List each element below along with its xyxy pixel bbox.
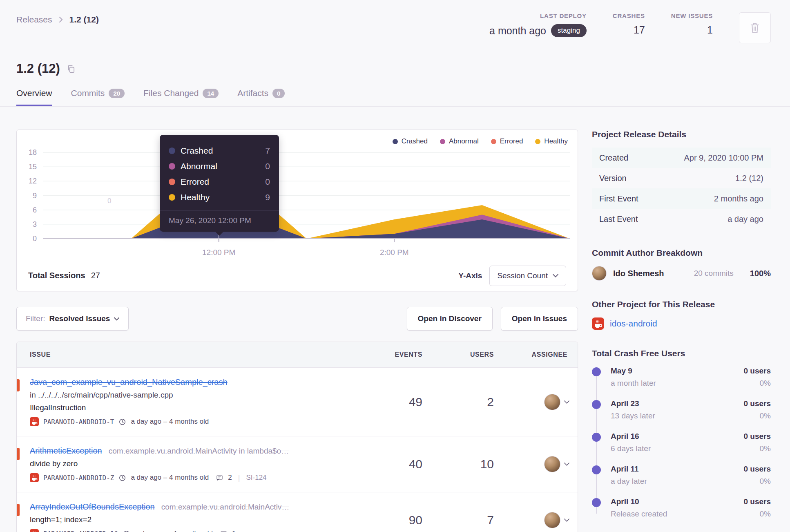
filter-label: Filter: — [26, 314, 45, 323]
table-row: ArrayIndexOutOfBoundsException com.examp… — [17, 492, 578, 532]
issue-message: divide by zero — [30, 459, 349, 468]
issue-culprit: com.example.vu.android.MainActivity in l… — [109, 447, 289, 456]
table-row: Java_com_example_vu_android_NativeSample… — [17, 367, 578, 436]
y-axis-label: Y-Axis — [458, 271, 482, 280]
chevron-down-icon — [553, 274, 558, 277]
open-in-issues-button[interactable]: Open in Issues — [501, 307, 578, 331]
chevron-down-icon — [564, 463, 569, 466]
author-commit-count: 20 commits — [694, 269, 734, 278]
clock-icon — [118, 474, 126, 482]
list-item: April 10Release created 0 users0% — [592, 497, 771, 530]
total-sessions-label: Total Sessions — [28, 271, 85, 280]
comments-count: 2 — [228, 474, 232, 482]
stat-new-issues: NEW ISSUES 1 — [671, 12, 713, 36]
commit-author-breakdown-section: Commit Author Breakdown Ido Shemesh 20 c… — [592, 248, 771, 281]
events-count: 90 — [349, 513, 422, 527]
assignee-dropdown[interactable] — [494, 394, 578, 410]
tab-artifacts[interactable]: Artifacts 0 — [237, 88, 285, 106]
author-avatar — [592, 266, 607, 281]
release-sidebar: Project Release Details Created Apr 9, 2… — [592, 130, 771, 532]
page-header: Releases 1.2 (12) LAST DEPLOY a month ag… — [0, 0, 790, 43]
chevron-down-icon — [114, 317, 119, 321]
legend-abnormal[interactable]: Abnormal — [440, 137, 479, 145]
java-platform-icon — [30, 417, 39, 426]
assignee-avatar — [544, 394, 560, 410]
tab-overview[interactable]: Overview — [16, 88, 52, 106]
column-assignee: ASSIGNEE — [494, 351, 578, 358]
new-issues-label: NEW ISSUES — [671, 12, 713, 19]
page-title: 1.2 (12) — [16, 61, 60, 76]
unhandled-indicator — [17, 504, 20, 516]
healthy-dot-icon — [535, 139, 540, 144]
commit-author-row: Ido Shemesh 20 commits 100% — [592, 266, 771, 281]
crashed-dot-icon — [393, 139, 398, 144]
column-issue: ISSUE — [21, 351, 349, 358]
legend-crashed[interactable]: Crashed — [393, 137, 428, 145]
release-tabs: Overview Commits 20 Files Changed 14 Art… — [0, 76, 790, 107]
open-in-discover-button[interactable]: Open in Discover — [407, 307, 493, 331]
chart-card-footer: Total Sessions 27 Y-Axis Session Count — [17, 260, 578, 291]
tab-commits-count: 20 — [109, 89, 125, 98]
copy-icon[interactable] — [67, 64, 76, 74]
stat-crashes: CRASHES 17 — [613, 12, 645, 36]
assignee-dropdown[interactable] — [494, 512, 578, 528]
issues-table: ISSUE EVENTS USERS ASSIGNEE Java_com_exa… — [16, 342, 578, 532]
header-stats: LAST DEPLOY a month ago staging CRASHES … — [489, 12, 771, 43]
issue-link[interactable]: ArrayIndexOutOfBoundsException — [30, 502, 155, 512]
svg-text:9: 9 — [33, 192, 37, 200]
issue-link[interactable]: Java_com_example_vu_android_NativeSample… — [30, 378, 228, 387]
timeline-dot-icon — [592, 498, 601, 507]
detail-row-last-event: Last Event a day ago — [592, 209, 771, 229]
issue-link[interactable]: ArithmeticException — [30, 446, 102, 456]
other-project-link[interactable]: idos-android — [610, 319, 657, 329]
crashed-dot-icon — [169, 148, 175, 154]
tab-files-changed[interactable]: Files Changed 14 — [143, 88, 219, 106]
timeline-dot-icon — [592, 400, 601, 409]
comments-icon — [220, 530, 228, 532]
breadcrumb-releases-link[interactable]: Releases — [16, 15, 52, 25]
issues-table-header: ISSUE EVENTS USERS ASSIGNEE — [17, 342, 578, 367]
y-axis-selected-value: Session Count — [497, 271, 548, 280]
tab-commits[interactable]: Commits 20 — [71, 88, 125, 106]
y-axis-select[interactable]: Session Count — [489, 266, 566, 286]
issues-filter-select[interactable]: Filter: Resolved Issues — [16, 307, 129, 331]
issue-age: a day ago – 4 months old — [131, 418, 209, 426]
delete-release-button[interactable] — [739, 12, 771, 43]
svg-text:12: 12 — [29, 177, 37, 185]
list-item: April 11a day later 0 users0% — [592, 465, 771, 497]
chevron-down-icon — [564, 519, 569, 522]
svg-text:12:00 PM: 12:00 PM — [202, 248, 235, 257]
issue-age: a day ago – 4 months old — [135, 530, 213, 532]
new-issues-value: 1 — [671, 24, 713, 36]
stat-last-deploy: LAST DEPLOY a month ago staging — [489, 12, 587, 37]
healthy-dot-icon — [169, 194, 175, 201]
timeline-dot-icon — [592, 433, 601, 442]
crash-free-timeline: May 9a month later 0 users0% April 2313 … — [592, 367, 771, 530]
sessions-chart[interactable]: 036912151812:00 PM2:00 PM Crashed Abnorm… — [17, 130, 578, 260]
section-title: Commit Author Breakdown — [592, 248, 771, 258]
assignee-dropdown[interactable] — [494, 456, 578, 472]
issue-short-id: SI-124 — [246, 474, 266, 482]
author-name: Ido Shemesh — [613, 269, 694, 278]
section-title: Other Project for This Release — [592, 300, 771, 309]
tab-artifacts-count: 0 — [272, 89, 285, 98]
legend-errored[interactable]: Errored — [491, 137, 523, 145]
tab-files-changed-count: 14 — [203, 89, 219, 98]
legend-healthy[interactable]: Healthy — [535, 137, 568, 145]
detail-row-version: Version 1.2 (12) — [592, 168, 771, 188]
errored-dot-icon — [169, 179, 175, 185]
divider: | — [237, 474, 242, 482]
errored-dot-icon — [491, 139, 496, 144]
comments-count: 1 — [232, 530, 236, 532]
chevron-right-icon — [58, 16, 64, 24]
detail-row-first-event: First Event 2 months ago — [592, 188, 771, 209]
project-slug: PARANOID-ANDROID-T — [43, 418, 114, 426]
section-title: Total Crash Free Users — [592, 349, 771, 358]
svg-text:6: 6 — [33, 206, 37, 214]
table-row: ArithmeticException com.example.vu.andro… — [17, 436, 578, 492]
stacked-area-chart: 036912151812:00 PM2:00 PM — [17, 133, 578, 260]
comments-icon — [216, 474, 223, 482]
svg-text:0: 0 — [33, 235, 37, 243]
sessions-chart-card: 036912151812:00 PM2:00 PM Crashed Abnorm… — [16, 130, 578, 291]
crash-free-users-section: Total Crash Free Users May 9a month late… — [592, 349, 771, 530]
